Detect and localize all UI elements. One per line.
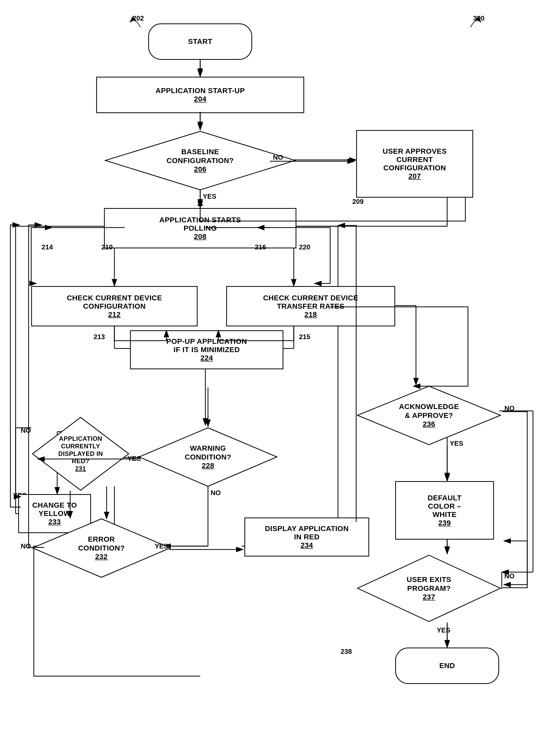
flowchart: 202 300 START APPLICATION START-UP 204 B…	[0, 0, 560, 750]
display-red-node: DISPLAY APPLICATION IN RED 234	[244, 517, 369, 556]
baseline-config-node: BASELINE CONFIGURATION? 206	[104, 130, 296, 191]
warning-cond-label: WARNING	[185, 444, 231, 453]
ref-234: 234	[301, 541, 313, 549]
ref-228: 228	[202, 461, 214, 470]
display-red-label: DISPLAY APPLICATION	[265, 525, 348, 533]
ref-232: 232	[95, 553, 108, 561]
app-startup-label: APPLICATION START-UP	[156, 86, 245, 95]
app-red-label: APPLICATION	[58, 435, 103, 442]
user-exits-label: USER EXITS	[407, 575, 451, 584]
user-exits-node: USER EXITS PROGRAM? 237	[356, 554, 502, 623]
ref-237: 237	[423, 593, 435, 601]
error-cond-label: ERROR	[78, 535, 124, 544]
ack-approve-label: ACKNOWLEDGE	[399, 402, 459, 411]
no-label-warning: NO	[211, 489, 221, 497]
ref-212: 212	[108, 311, 121, 319]
start-node: START	[148, 23, 252, 60]
ref-224: 224	[200, 354, 213, 362]
check-config-node: CHECK CURRENT DEVICE CONFIGURATION 212	[31, 286, 198, 327]
ref-207: 207	[408, 172, 421, 180]
default-white-node: DEFAULT COLOR – WHITE 239	[395, 481, 494, 540]
ref-206: 206	[194, 165, 206, 173]
ref-238: 238	[341, 648, 352, 656]
ref-236: 236	[423, 420, 435, 428]
start-label: START	[188, 37, 213, 46]
ref-204: 204	[194, 95, 206, 103]
ref-231: 231	[75, 465, 86, 472]
ref-239: 239	[438, 519, 451, 527]
end-label: END	[439, 662, 455, 670]
check-config-label: CHECK CURRENT DEVICE	[67, 294, 162, 302]
app-startup-node: APPLICATION START-UP 204	[96, 77, 304, 113]
yes-label-error: YES	[155, 542, 168, 550]
baseline-config-label: BASELINE	[167, 147, 234, 156]
ack-approve-node: ACKNOWLEDGE & APPROVE? 236	[356, 385, 502, 446]
warning-cond-node: WARNING CONDITION? 228	[138, 427, 278, 488]
user-approves-label: USER APPROVES	[383, 147, 447, 156]
default-white-label: DEFAULT	[428, 494, 462, 502]
user-approves-node: USER APPROVES CURRENT CONFIGURATION 207	[356, 130, 473, 198]
end-node: END	[395, 648, 499, 684]
error-cond-node: ERROR CONDITION? 232	[31, 517, 172, 579]
